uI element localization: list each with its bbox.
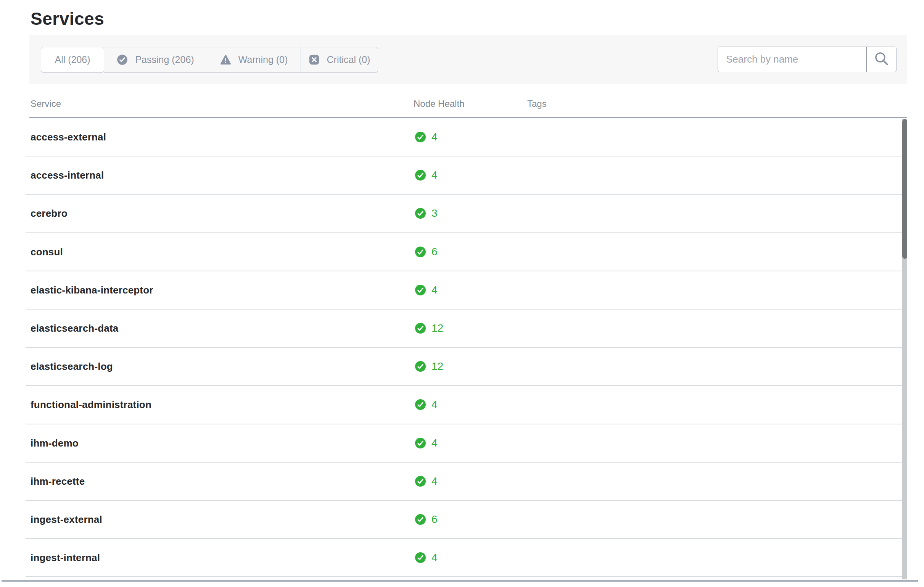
search-input[interactable] xyxy=(718,47,866,72)
node-health-cell: 12 xyxy=(415,360,443,372)
tab-all[interactable]: All (206) xyxy=(41,47,104,73)
vertical-scrollbar-thumb[interactable] xyxy=(902,119,907,259)
service-name[interactable]: ihm-recette xyxy=(31,475,85,487)
table-row[interactable]: ingest-external 6 xyxy=(26,501,902,539)
node-health-count: 4 xyxy=(431,475,437,488)
passing-check-icon xyxy=(415,323,426,334)
node-health-count: 4 xyxy=(431,284,437,296)
node-health-cell: 3 xyxy=(415,207,437,220)
passing-check-icon xyxy=(415,476,426,487)
service-name[interactable]: ingest-external xyxy=(31,513,102,525)
node-health-cell: 4 xyxy=(415,437,437,449)
node-health-cell: 4 xyxy=(415,398,437,411)
node-health-count: 12 xyxy=(431,360,443,372)
panel-bottom-border xyxy=(2,580,918,582)
search-icon xyxy=(873,50,890,68)
service-name[interactable]: ihm-demo xyxy=(31,437,79,449)
node-health-cell: 12 xyxy=(415,322,443,334)
service-list: access-external 4 access-internal 4 cere… xyxy=(26,118,902,577)
node-health-count: 3 xyxy=(431,207,437,220)
node-health-cell: 4 xyxy=(415,169,437,181)
service-name[interactable]: elasticsearch-data xyxy=(31,322,119,334)
passing-check-icon xyxy=(415,285,426,295)
node-health-count: 6 xyxy=(431,246,437,258)
node-health-cell: 6 xyxy=(415,513,437,526)
node-health-count: 4 xyxy=(431,169,437,181)
node-health-cell: 4 xyxy=(415,284,437,296)
passing-check-icon xyxy=(415,246,426,257)
passing-check-icon xyxy=(415,170,426,180)
node-health-count: 12 xyxy=(431,322,443,334)
table-row[interactable]: cerebro 3 xyxy=(26,195,902,233)
warning-triangle-icon xyxy=(220,54,231,65)
search-box xyxy=(718,46,896,72)
table-row[interactable]: access-external 4 xyxy=(26,118,902,157)
critical-square-icon xyxy=(309,54,320,65)
column-header-service: Service xyxy=(31,98,61,109)
node-health-cell: 6 xyxy=(415,246,437,258)
table-row[interactable]: access-internal 4 xyxy=(26,157,902,195)
service-name[interactable]: ingest-internal xyxy=(31,552,100,564)
search-button[interactable] xyxy=(867,47,896,72)
service-name[interactable]: cerebro xyxy=(31,208,68,220)
column-header-node-health: Node Health xyxy=(414,98,464,109)
tab-warning-label: Warning (0) xyxy=(238,54,288,65)
passing-check-icon xyxy=(415,514,426,525)
tab-critical-label: Critical (0) xyxy=(327,54,370,65)
tab-passing[interactable]: Passing (206) xyxy=(104,47,207,73)
health-filter-tabs: All (206) Passing (206) Warning (0) Crit… xyxy=(41,47,378,73)
node-health-cell: 4 xyxy=(415,131,437,143)
passing-check-icon xyxy=(415,552,426,563)
check-circle-icon xyxy=(117,54,128,65)
service-name[interactable]: functional-administration xyxy=(31,399,152,411)
table-row[interactable]: functional-administration 4 xyxy=(26,386,902,424)
table-row[interactable]: elastic-kibana-interceptor 4 xyxy=(26,271,902,309)
service-name[interactable]: access-internal xyxy=(31,169,104,181)
service-name[interactable]: elasticsearch-log xyxy=(31,360,113,372)
service-name[interactable]: consul xyxy=(31,246,63,258)
table-row[interactable]: elasticsearch-data 12 xyxy=(26,309,902,348)
tab-critical[interactable]: Critical (0) xyxy=(300,47,378,73)
passing-check-icon xyxy=(415,208,426,219)
service-name[interactable]: elastic-kibana-interceptor xyxy=(31,284,153,296)
node-health-cell: 4 xyxy=(415,475,437,488)
table-row[interactable]: ihm-demo 4 xyxy=(26,424,902,463)
node-health-count: 4 xyxy=(431,398,437,411)
node-health-cell: 4 xyxy=(415,552,437,564)
node-health-count: 4 xyxy=(431,131,437,143)
tab-all-label: All (206) xyxy=(54,54,90,65)
column-header-tags: Tags xyxy=(527,98,547,109)
passing-check-icon xyxy=(415,438,426,448)
passing-check-icon xyxy=(415,361,426,372)
filter-toolbar: All (206) Passing (206) Warning (0) Crit… xyxy=(30,35,907,84)
vertical-scrollbar-track[interactable] xyxy=(902,119,907,579)
table-row[interactable]: ingest-internal 4 xyxy=(26,539,902,577)
tab-passing-label: Passing (206) xyxy=(135,54,194,65)
page-title: Services xyxy=(31,8,104,29)
table-row[interactable]: ihm-recette 4 xyxy=(26,463,902,501)
node-health-count: 4 xyxy=(431,552,437,564)
passing-check-icon xyxy=(415,132,426,142)
passing-check-icon xyxy=(415,399,426,410)
table-row[interactable]: consul 6 xyxy=(26,233,902,271)
service-name[interactable]: access-external xyxy=(31,131,106,143)
node-health-count: 6 xyxy=(431,513,437,526)
tab-warning[interactable]: Warning (0) xyxy=(207,47,301,73)
table-row[interactable]: elasticsearch-log 12 xyxy=(26,348,902,386)
node-health-count: 4 xyxy=(431,437,437,449)
